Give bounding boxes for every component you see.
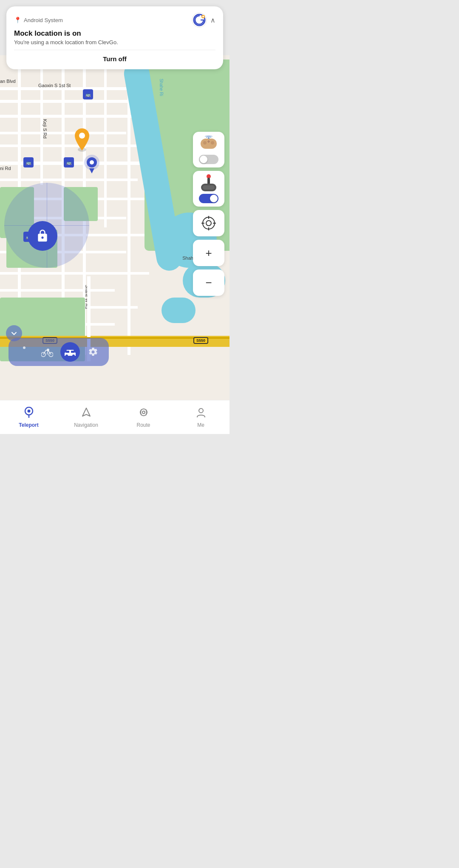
svg-point-28 — [202, 16, 204, 17]
teleport-icon — [23, 407, 34, 420]
svg-point-20 — [47, 349, 49, 351]
minus-icon: − — [205, 276, 212, 289]
svg-point-33 — [199, 408, 203, 413]
locate-button[interactable] — [193, 210, 224, 236]
svg-point-6 — [203, 141, 207, 145]
notif-title: Mock location is on — [14, 29, 215, 38]
notif-body: You're using a mock location from ClevGo… — [14, 39, 215, 45]
joystick-toggle[interactable] — [199, 194, 218, 203]
notif-pin-icon: 📍 — [14, 17, 21, 23]
destination-pin[interactable] — [72, 128, 92, 154]
svg-point-4 — [90, 160, 94, 165]
car-mode-button[interactable] — [60, 342, 80, 362]
svg-point-30 — [27, 409, 30, 412]
bottom-nav: Teleport Navigation Route — [0, 400, 230, 434]
notif-divider — [14, 50, 215, 50]
street-label-an-blvd: an Blvd — [0, 79, 16, 84]
river-label: Shahe Ri — [159, 79, 164, 96]
svg-rect-9 — [208, 140, 209, 143]
street-h13 — [0, 289, 115, 292]
joystick-card — [193, 171, 224, 207]
current-location-dot — [81, 153, 103, 181]
lock-button[interactable] — [28, 221, 57, 251]
nav-item-teleport[interactable]: Teleport — [12, 407, 46, 428]
road-label-s550-right: S550 — [193, 337, 208, 344]
gamepad-card — [193, 132, 224, 167]
transit-icon-1: 🚌 — [83, 89, 93, 99]
svg-point-11 — [203, 217, 215, 229]
notif-app-name: Android System — [24, 17, 63, 23]
nav-item-route[interactable]: Route — [127, 407, 161, 428]
right-controls-panel: + − — [193, 132, 224, 296]
walk-mode-button[interactable] — [14, 342, 34, 362]
nav-label-teleport: Teleport — [19, 422, 38, 428]
svg-rect-22 — [71, 351, 74, 353]
zoom-in-button[interactable]: + — [193, 240, 224, 266]
street-label-ni-rd: ni Rd — [0, 166, 11, 171]
clevgo-logo — [192, 12, 207, 28]
water-pond3 — [162, 298, 196, 323]
navigation-icon — [81, 407, 92, 420]
gamepad-icon — [199, 135, 218, 152]
svg-point-32 — [142, 411, 145, 414]
nav-label-route: Route — [136, 422, 150, 428]
street-label-keji: Keji S Rd — [42, 119, 48, 139]
transit-icon-2: 🚌 — [23, 157, 34, 167]
nav-label-navigation: Navigation — [74, 422, 98, 428]
nav-label-me: Me — [197, 422, 204, 428]
notif-collapse-icon[interactable]: ∧ — [210, 16, 215, 24]
settings-mode-button[interactable] — [83, 342, 103, 362]
svg-point-17 — [23, 346, 26, 349]
zoom-out-button[interactable]: − — [193, 269, 224, 296]
joystick-icon — [199, 174, 218, 191]
bike-mode-button[interactable] — [37, 342, 57, 362]
nav-item-navigation[interactable]: Navigation — [69, 407, 103, 428]
svg-point-10 — [208, 137, 210, 139]
street-label-gaoxin: Gaoxin S 1st St — [38, 83, 71, 88]
notif-action-button[interactable]: Turn off — [14, 54, 215, 64]
svg-rect-5 — [201, 139, 217, 149]
svg-point-1 — [79, 133, 85, 139]
nav-item-me[interactable]: Me — [184, 407, 218, 428]
notification-card: 📍 Android System ∧ Mock location is on Y… — [6, 6, 223, 69]
svg-point-12 — [206, 221, 211, 226]
route-icon — [138, 407, 149, 420]
svg-rect-21 — [66, 351, 69, 353]
street-v5 — [104, 57, 107, 227]
svg-point-7 — [211, 141, 214, 145]
gamepad-toggle[interactable] — [199, 155, 218, 164]
me-icon — [196, 407, 207, 420]
plus-icon: + — [205, 247, 212, 260]
transport-mode-bar — [8, 338, 109, 366]
street-h12 — [0, 272, 149, 275]
transit-icon-3: 🚌 — [64, 157, 74, 167]
